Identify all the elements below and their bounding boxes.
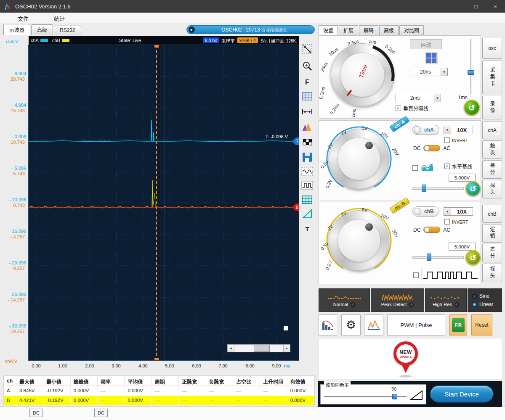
- chB-level-flag[interactable]: B: [292, 203, 299, 211]
- chB-header-label[interactable]: chB: [52, 38, 60, 43]
- chA-coupling-toggle[interactable]: DC AC: [413, 145, 450, 151]
- timebase-slider-handle[interactable]: [468, 70, 474, 75]
- tab-advanced-right[interactable]: 高级: [379, 25, 399, 35]
- scroll-left-button[interactable]: ◄: [227, 344, 234, 352]
- minimize-button[interactable]: –: [447, 0, 466, 13]
- trigger-t-button[interactable]: T: [300, 222, 315, 235]
- tab-compare[interactable]: 对比图: [399, 25, 424, 35]
- reset-button[interactable]: Reset: [471, 314, 492, 335]
- zoom-button[interactable]: [300, 60, 315, 73]
- chA-invert-checkbox[interactable]: [444, 137, 450, 143]
- chA-baseline-option[interactable]: ✓ 水平基线: [444, 163, 472, 170]
- timebase-slider[interactable]: [467, 39, 475, 94]
- layout-button[interactable]: [300, 135, 315, 149]
- time-cursor-bottom-handle[interactable]: [154, 358, 159, 360]
- scope-screen[interactable]: T: -0.096 V T B: [28, 45, 299, 361]
- chB-digital-option[interactable]: [413, 269, 480, 281]
- chB-color-swatch[interactable]: [62, 39, 69, 42]
- chB-probe-dropdown[interactable]: ▼ 10X: [444, 207, 473, 216]
- chB-digital-checkbox[interactable]: [413, 272, 419, 278]
- timebase-knob[interactable]: Time 10us 2.5us 1us 0.2us 25us 0.1ms 0.2…: [322, 37, 402, 116]
- mode-normal-radio[interactable]: [351, 302, 355, 307]
- chA-enable-toggle[interactable]: chA: [412, 125, 439, 135]
- display-split-icon[interactable]: [425, 52, 438, 64]
- chA-refresh-button[interactable]: ↺: [465, 181, 481, 196]
- sine-radio[interactable]: [472, 294, 477, 298]
- tab-oscilloscope[interactable]: 示波器: [3, 24, 30, 35]
- side-button-capture-card[interactable]: 采集卡: [482, 61, 502, 94]
- side-button-chA[interactable]: chA: [482, 121, 502, 139]
- scroll-right-button[interactable]: ►: [283, 344, 290, 352]
- maximize-button[interactable]: □: [466, 0, 486, 13]
- chA-trace[interactable]: [29, 120, 299, 142]
- mode-highres-button[interactable]: High-Res: [425, 288, 467, 312]
- time-cursor-top-handle[interactable]: [154, 45, 159, 48]
- chB-invert-option[interactable]: INVERT: [444, 219, 468, 225]
- chA-probe-dropdown[interactable]: ▼ 10X: [444, 126, 473, 134]
- chA-baseline-checkbox[interactable]: ✓: [444, 164, 450, 169]
- chB-trace[interactable]: [29, 180, 299, 208]
- fir-button[interactable]: FIR: [449, 314, 467, 335]
- refresh-rate-handle[interactable]: [392, 394, 397, 399]
- chA-position-slider[interactable]: [412, 185, 464, 192]
- scroll-thumb[interactable]: [254, 345, 270, 352]
- chB-invert-checkbox[interactable]: [444, 219, 450, 225]
- chA-offset-field[interactable]: 5.000V: [449, 174, 476, 182]
- chB-coupling-switch[interactable]: [423, 227, 440, 233]
- mode-normal-button[interactable]: Normal: [319, 288, 370, 312]
- chA-slider-handle[interactable]: [422, 185, 426, 192]
- mode-peak-button[interactable]: Peak-Detect: [371, 288, 424, 312]
- resize-grip[interactable]: [284, 326, 288, 330]
- tab-decode[interactable]: 解码: [359, 25, 378, 35]
- interpolation-dropdown[interactable]: 20ns▼: [410, 68, 448, 76]
- pulse-ref-button[interactable]: [300, 179, 315, 192]
- timebase-refresh-button[interactable]: ↺: [464, 100, 480, 116]
- waveform-ref-button[interactable]: [300, 165, 315, 178]
- interp-sine-option[interactable]: Sine: [472, 293, 489, 299]
- side-button-diff-A[interactable]: 差分: [482, 160, 502, 179]
- side-button-diff-B[interactable]: 差分: [482, 244, 502, 262]
- chB-volts-knob[interactable]: 0.2V 0.5V 1V 2V 5V 10V 20V: [323, 205, 395, 276]
- refresh-rate-slider[interactable]: [324, 393, 407, 401]
- chB-coupling-toggle[interactable]: DC AC: [413, 227, 450, 233]
- scope-scrollbar[interactable]: ◄ ►: [227, 344, 290, 352]
- side-button-record[interactable]: 录像: [482, 96, 502, 119]
- chA-color-swatch[interactable]: [40, 39, 48, 42]
- menu-statistics[interactable]: 统计: [46, 13, 72, 24]
- chB-enable-toggle[interactable]: chB: [412, 206, 439, 217]
- side-button-chB[interactable]: chB: [482, 205, 502, 223]
- side-button-probe-B[interactable]: 探头: [482, 264, 502, 282]
- menu-file[interactable]: 文件: [10, 13, 36, 24]
- spectrum-button[interactable]: [300, 120, 315, 134]
- chA-invert-option[interactable]: INVERT: [444, 137, 468, 143]
- chA-coupling-switch[interactable]: [423, 145, 440, 151]
- fft-button[interactable]: [364, 314, 383, 335]
- update-badge[interactable]: NEW UPDATE: [392, 341, 422, 379]
- chA-coupling-button[interactable]: DC: [29, 409, 43, 417]
- histogram-button[interactable]: [319, 314, 337, 335]
- chA-header-label[interactable]: chA: [31, 38, 39, 43]
- scope-canvas[interactable]: T: -0.096 V T B: [29, 45, 299, 360]
- chA-waveform-option[interactable]: [412, 163, 434, 173]
- mode-peak-radio[interactable]: [409, 302, 414, 307]
- vertical-divider-option[interactable]: ✓ 垂直分隔线: [396, 105, 428, 112]
- linear-radio[interactable]: [472, 302, 477, 307]
- mode-highres-radio[interactable]: [454, 302, 459, 307]
- chB-coupling-button[interactable]: DC: [94, 409, 108, 417]
- chB-position-slider[interactable]: [412, 254, 464, 261]
- grid-button[interactable]: [300, 90, 315, 103]
- chA-waveform-checkbox[interactable]: [412, 165, 418, 171]
- ramp-button[interactable]: [300, 207, 315, 221]
- chB-slider-handle[interactable]: [427, 254, 431, 261]
- start-device-button[interactable]: Start Device: [430, 385, 494, 403]
- vertical-divider-checkbox[interactable]: ✓: [396, 106, 401, 111]
- pwm-pulse-button[interactable]: PWM | Pulse: [387, 314, 445, 335]
- trigger-level-flag[interactable]: T: [292, 137, 299, 145]
- frequency-button[interactable]: F: [300, 76, 315, 89]
- table-view-button[interactable]: [300, 193, 315, 206]
- interp-linear-option[interactable]: Linear: [472, 301, 493, 307]
- horizontal-measure-button[interactable]: [300, 105, 315, 119]
- device-status-pill[interactable]: ▶ OSCH02 : 20713 is available.: [186, 25, 315, 34]
- row-B-ch[interactable]: B: [4, 396, 16, 405]
- chB-offset-field[interactable]: 5.000V: [449, 243, 476, 251]
